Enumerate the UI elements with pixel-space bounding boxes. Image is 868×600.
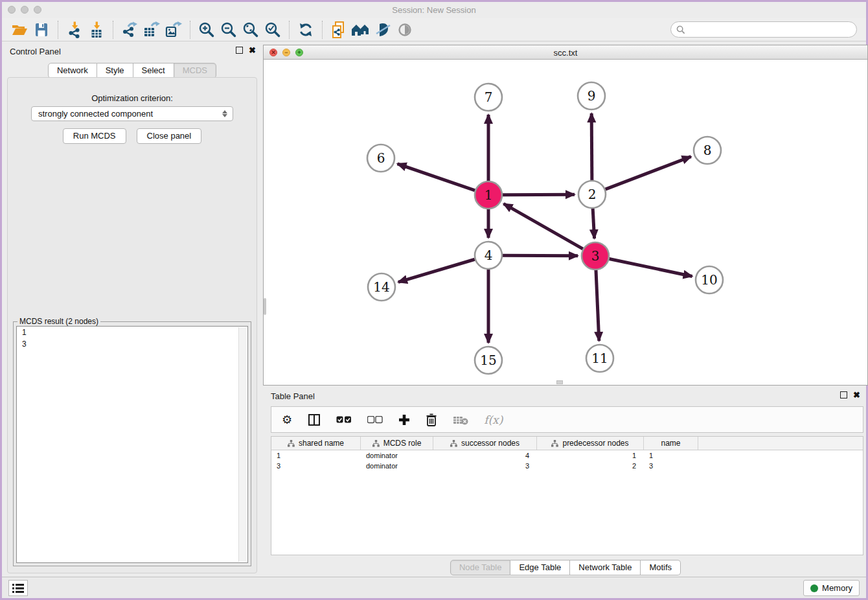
table-cell[interactable]: dominator — [361, 450, 433, 461]
add-column-button[interactable] — [398, 414, 410, 426]
edge-4-14[interactable] — [398, 259, 475, 282]
tab-edge-table[interactable]: Edge Table — [510, 560, 570, 575]
zoom-selected-button[interactable] — [262, 20, 284, 40]
control-panel-header: Control Panel ✖ — [5, 43, 260, 59]
style-brush-icon — [374, 22, 391, 38]
memory-button[interactable]: Memory — [803, 580, 860, 596]
toggle-columns-button[interactable] — [308, 413, 321, 426]
open-session-button[interactable] — [8, 20, 30, 40]
zoom-in-icon — [198, 21, 215, 38]
edge-3-10[interactable] — [610, 259, 692, 277]
zoom-out-icon — [220, 21, 237, 38]
window-titlebar: Session: New Session — [2, 2, 866, 18]
table-panel-header: Table Panel ✖ — [263, 388, 868, 404]
edge-4-3[interactable] — [503, 255, 578, 256]
table-cell[interactable]: 3 — [433, 461, 537, 471]
home-layout-button[interactable] — [350, 20, 372, 40]
apply-style-button[interactable] — [372, 20, 394, 40]
zoom-selected-icon — [264, 21, 281, 38]
run-mcds-button[interactable]: Run MCDS — [63, 128, 126, 144]
table-cell[interactable]: 2 — [537, 461, 644, 471]
export-table-icon — [143, 21, 161, 38]
float-panel-icon[interactable] — [236, 47, 243, 54]
trash-icon — [426, 413, 437, 426]
task-history-button[interactable] — [8, 580, 28, 596]
table-cell[interactable]: dominator — [361, 461, 433, 471]
delete-table-icon — [453, 415, 468, 425]
zoom-fit-icon — [242, 21, 259, 38]
edge-1-6[interactable] — [398, 164, 475, 190]
tab-mcds: MCDS — [174, 63, 216, 78]
mcds-result-list[interactable]: 13 — [16, 326, 248, 563]
column-header-MCDS-role[interactable]: MCDS role — [361, 437, 433, 450]
edge-3-1[interactable] — [503, 203, 582, 249]
import-network-button[interactable] — [63, 20, 86, 40]
export-image-button[interactable] — [163, 20, 185, 40]
edge-2-8[interactable] — [606, 157, 691, 190]
import-table-button[interactable] — [86, 20, 108, 40]
network-graph[interactable]: 7968124314101511 — [264, 60, 867, 386]
edge-1-2[interactable] — [503, 194, 575, 195]
table-cell[interactable]: 1 — [271, 450, 361, 461]
zoom-out-button[interactable] — [218, 20, 240, 40]
table-row[interactable]: 3dominator323 — [271, 461, 863, 471]
table-cell[interactable]: 4 — [433, 450, 537, 461]
search-icon — [676, 25, 685, 34]
select-all-columns-button[interactable] — [336, 416, 352, 424]
duplicate-network-button[interactable] — [328, 20, 350, 40]
fx-icon: f(x) — [484, 413, 503, 426]
delete-table-button[interactable] — [453, 415, 468, 425]
close-panel-button[interactable]: Close panel — [137, 128, 202, 144]
refresh-button[interactable] — [295, 20, 317, 40]
close-panel-icon[interactable]: ✖ — [853, 391, 860, 398]
float-panel-icon[interactable] — [840, 391, 847, 398]
search-input[interactable] — [685, 25, 856, 34]
function-builder-button[interactable]: f(x) — [484, 413, 503, 426]
column-header-successor-nodes[interactable]: successor nodes — [433, 437, 537, 450]
column-header-predecessor-nodes[interactable]: predecessor nodes — [537, 437, 644, 450]
export-network-button[interactable] — [119, 20, 141, 40]
edge-2-3[interactable] — [593, 209, 594, 238]
table-cell[interactable]: 3 — [644, 461, 698, 471]
save-session-button[interactable] — [30, 20, 52, 40]
optimization-criterion-select[interactable]: strongly connected component — [31, 106, 233, 121]
table-tabs: Node TableEdge TableNetwork TableMotifs — [263, 560, 868, 575]
tab-style[interactable]: Style — [97, 63, 133, 78]
tab-network[interactable]: Network — [48, 63, 97, 78]
delete-column-button[interactable] — [426, 413, 437, 426]
network-hscroll-thumb[interactable] — [556, 380, 563, 384]
table-cell[interactable]: 1 — [644, 450, 698, 461]
show-hide-button[interactable] — [394, 20, 416, 40]
search-field[interactable] — [670, 21, 857, 38]
column-header-shared-name[interactable]: shared name — [271, 437, 361, 450]
memory-status-icon — [810, 584, 818, 592]
edge-3-11[interactable] — [596, 270, 599, 341]
table-settings-button[interactable]: ⚙ — [282, 414, 292, 426]
toolbar-separator — [190, 21, 190, 39]
edge-2-9[interactable] — [591, 113, 592, 180]
tab-network-table[interactable]: Network Table — [570, 560, 641, 575]
export-table-button[interactable] — [141, 20, 163, 40]
node-label-10: 10 — [701, 272, 717, 288]
optimization-criterion-label: Optimization criterion: — [8, 93, 257, 103]
network-view-window: ✕ − + scc.txt 7968124314101511 — [263, 45, 868, 386]
table-cell[interactable]: 1 — [537, 450, 644, 461]
column-header-name[interactable]: name — [644, 437, 698, 450]
table-cell[interactable]: 3 — [271, 461, 361, 471]
network-window-titlebar[interactable]: ✕ − + scc.txt — [264, 45, 867, 60]
open-folder-icon — [11, 22, 28, 38]
network-vscroll-thumb[interactable] — [264, 298, 266, 315]
result-scrollbar[interactable] — [238, 327, 247, 562]
network-canvas[interactable]: 7968124314101511 — [264, 60, 867, 385]
tab-motifs[interactable]: Motifs — [641, 560, 681, 575]
node-table[interactable]: shared nameMCDS rolesuccessor nodesprede… — [271, 436, 863, 555]
close-panel-icon[interactable]: ✖ — [249, 47, 256, 54]
zoom-fit-button[interactable] — [240, 20, 262, 40]
deselect-all-columns-button[interactable] — [367, 416, 383, 424]
node-label-4: 4 — [485, 248, 493, 263]
node-label-1: 1 — [485, 187, 493, 203]
tab-select[interactable]: Select — [133, 63, 174, 78]
table-row[interactable]: 1dominator411 — [271, 450, 863, 461]
zoom-in-button[interactable] — [196, 20, 218, 40]
node-label-9: 9 — [588, 88, 596, 104]
